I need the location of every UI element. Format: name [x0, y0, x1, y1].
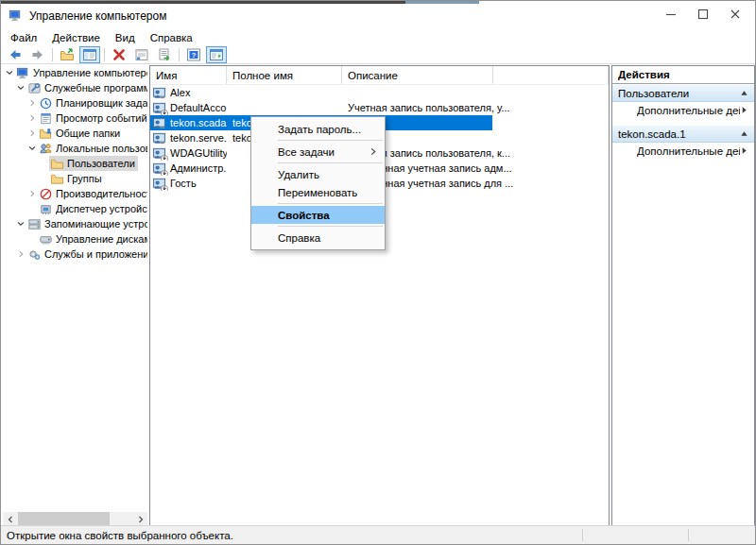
tree-item-row[interactable]: Служебные программы [3, 80, 147, 95]
tree-node[interactable]: Группы [49, 171, 105, 186]
tree-item-row[interactable]: Управление компьютером (л [3, 65, 147, 80]
cell-name: DefaultAcco... [150, 100, 227, 115]
tree-node[interactable]: Управление компьютером (л [15, 65, 147, 80]
status-bar: Открытие окна свойств выбранного объекта… [1, 525, 755, 544]
show-console-tree-button[interactable] [79, 46, 100, 63]
more-actions-arrow-icon [740, 106, 748, 114]
context-menu-item-set-password[interactable]: Задать пароль... [251, 120, 385, 138]
column-header[interactable]: Имя [150, 66, 227, 84]
tree-node[interactable]: Локальные пользовате [38, 141, 147, 156]
tree-item-label: Группы [67, 173, 102, 184]
folder-icon [50, 172, 64, 186]
tree-item-row[interactable]: Диспетчер устройств [3, 201, 147, 216]
show-action-pane-button[interactable] [206, 46, 227, 63]
cell-full-name [227, 100, 342, 115]
cell-name: tekon.serve.1 [150, 130, 227, 145]
chevron-expanded-icon[interactable] [16, 83, 26, 94]
context-menu-item-help[interactable]: Справка [251, 229, 385, 247]
properties-button[interactable] [131, 46, 152, 63]
local-users-icon [39, 142, 53, 156]
menubar-item-file[interactable]: Файл [3, 30, 44, 45]
maximize-button[interactable] [687, 3, 719, 26]
tree-item-row[interactable]: Управление дисками [3, 231, 147, 247]
more-actions-link[interactable]: Дополнительные дей... [612, 102, 754, 118]
user-description: Учетная запись пользователя, у... [348, 102, 510, 113]
tree-horizontal-scrollbar[interactable] [3, 512, 147, 526]
chevron-collapsed-icon[interactable] [27, 98, 38, 109]
tree-item-row[interactable]: Службы и приложения [3, 247, 147, 262]
user-icon [152, 116, 166, 130]
chevron-expanded-icon[interactable] [16, 219, 26, 230]
menubar-item-help[interactable]: Справка [143, 30, 200, 45]
toolbar-separator [104, 48, 105, 61]
context-menu-item-label: Все задачи [278, 146, 335, 158]
menubar-item-action[interactable]: Действие [44, 30, 108, 45]
menubar-item-view[interactable]: Вид [108, 30, 143, 45]
collapse-section-icon[interactable] [740, 129, 748, 138]
chevron-expanded-icon[interactable] [5, 68, 15, 78]
tree-node[interactable]: Пользователи [49, 156, 138, 171]
more-actions-link[interactable]: Дополнительные дей... [612, 143, 754, 159]
context-menu-item-properties[interactable]: Свойства [251, 206, 385, 224]
more-actions-label: Дополнительные дей... [637, 105, 740, 116]
tree-node[interactable]: Просмотр событий [38, 111, 147, 126]
column-header[interactable]: Описание [342, 66, 493, 84]
chevron-collapsed-icon[interactable] [27, 128, 38, 139]
cell-name: Администр... [150, 161, 227, 176]
chevron-collapsed-icon[interactable] [16, 249, 26, 260]
tree-item-label: Общие папки [56, 128, 120, 139]
scroll-left-icon[interactable] [3, 512, 17, 526]
computer-management-window: Управление компьютером ФайлДействиеВидСп… [0, 0, 756, 545]
tree-item-row[interactable]: Общие папки [3, 126, 147, 141]
action-section-header[interactable]: Пользователи [612, 85, 754, 102]
context-menu-item-delete[interactable]: Удалить [251, 165, 385, 183]
cell-full-name [227, 85, 342, 100]
status-bar-divider [582, 529, 583, 541]
tree-item-row[interactable]: Группы [3, 171, 147, 186]
delete-x-button[interactable] [109, 46, 129, 63]
chevron-collapsed-icon[interactable] [27, 113, 38, 124]
column-header[interactable]: Полное имя [227, 66, 342, 84]
services-icon [27, 247, 42, 262]
tree-item-row[interactable]: Планировщик заданий [3, 95, 147, 111]
scroll-right-icon[interactable] [133, 512, 147, 526]
close-button[interactable] [719, 3, 751, 26]
action-section-title: tekon.scada.1 [618, 128, 740, 140]
tree-node[interactable]: Управление дисками [38, 231, 147, 247]
tree-item-row[interactable]: Локальные пользовате [3, 141, 147, 156]
tree-item-row[interactable]: Запоминающие устройст [3, 216, 147, 231]
scrollbar-thumb[interactable] [18, 512, 110, 526]
tree-item-row[interactable]: Производительность [3, 186, 147, 201]
export-list-button[interactable] [154, 46, 175, 63]
context-menu-item-all-tasks[interactable]: Все задачи [251, 143, 385, 161]
tree-item-row[interactable]: Просмотр событий [3, 111, 147, 126]
table-row[interactable]: DefaultAcco...Учетная запись пользовател… [150, 100, 609, 115]
tree-item-row[interactable]: Пользователи [3, 156, 147, 171]
tree-node[interactable]: Диспетчер устройств [38, 201, 147, 216]
forward-arrow-button[interactable] [27, 46, 48, 63]
back-arrow-button[interactable] [5, 46, 26, 63]
help-button[interactable]: ? [183, 46, 204, 63]
properties-icon [134, 47, 149, 62]
tree-node[interactable]: Общие папки [38, 126, 123, 141]
tree-node[interactable]: Запоминающие устройст [26, 216, 147, 231]
collapse-section-icon[interactable] [740, 89, 748, 97]
minimize-button[interactable] [655, 3, 687, 26]
user-name: Гость [170, 178, 197, 189]
title-bar: Управление компьютером [1, 4, 755, 28]
tree-node[interactable]: Службы и приложения [26, 247, 147, 262]
toolbar-separator [52, 48, 53, 61]
chevron-collapsed-icon[interactable] [27, 189, 38, 199]
tree-node[interactable]: Производительность [38, 186, 147, 201]
folder-up-button[interactable] [57, 46, 77, 63]
user-icon [152, 131, 166, 145]
cell-name: tekon.scada.1 [150, 115, 227, 130]
svg-text:?: ? [192, 51, 197, 60]
action-section-title: Пользователи [618, 88, 740, 99]
table-row[interactable]: Alex [150, 85, 609, 100]
context-menu-item-rename[interactable]: Переименовать [251, 183, 385, 201]
tree-node[interactable]: Служебные программы [26, 80, 147, 95]
action-section-header[interactable]: tekon.scada.1 [612, 126, 754, 143]
chevron-expanded-icon[interactable] [27, 144, 38, 154]
tree-node[interactable]: Планировщик заданий [38, 95, 147, 111]
